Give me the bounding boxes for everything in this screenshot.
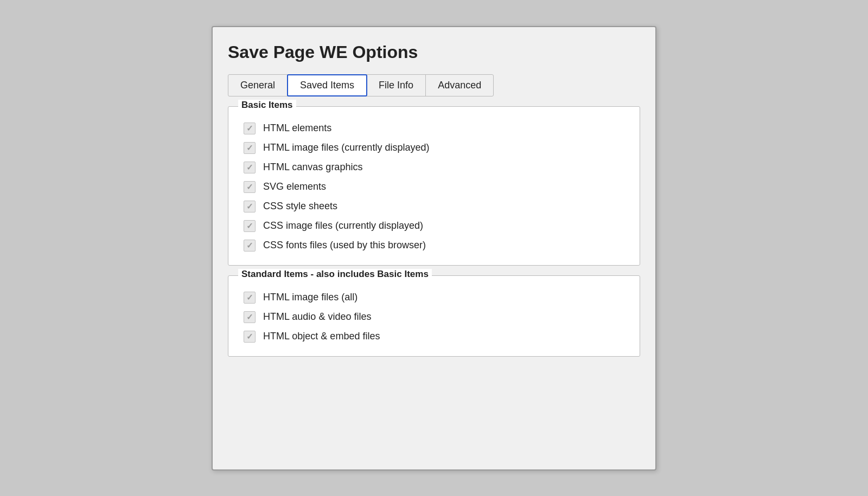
list-item: CSS fonts files (used by this browser) — [238, 236, 630, 255]
checkbox-html-image-all-label: HTML image files (all) — [263, 292, 358, 303]
checkbox-html-canvas-label: HTML canvas graphics — [263, 162, 362, 173]
page-title: Save Page WE Options — [228, 42, 640, 62]
section-basic-items-content: HTML elements HTML image files (currentl… — [238, 119, 630, 255]
checkbox-html-object-embed[interactable] — [244, 331, 256, 343]
list-item: HTML canvas graphics — [238, 158, 630, 177]
tab-advanced[interactable]: Advanced — [426, 75, 493, 96]
checkbox-html-audio-video-label: HTML audio & video files — [263, 311, 371, 323]
checkbox-css-style-sheets-label: CSS style sheets — [263, 201, 337, 212]
list-item: CSS image files (currently displayed) — [238, 216, 630, 236]
checkbox-html-elements[interactable] — [244, 123, 256, 134]
checkbox-css-fonts-label: CSS fonts files (used by this browser) — [263, 240, 426, 251]
options-window: Save Page WE Options General Saved Items… — [212, 26, 656, 471]
checkbox-html-image-displayed-label: HTML image files (currently displayed) — [263, 142, 429, 153]
list-item: HTML image files (all) — [238, 288, 630, 307]
list-item: HTML image files (currently displayed) — [238, 138, 630, 158]
checkbox-svg-elements-label: SVG elements — [263, 181, 326, 192]
checkbox-css-style-sheets[interactable] — [244, 201, 256, 212]
checkbox-html-canvas[interactable] — [244, 162, 256, 173]
checkbox-html-image-all[interactable] — [244, 292, 256, 304]
list-item: SVG elements — [238, 177, 630, 197]
list-item: CSS style sheets — [238, 197, 630, 216]
section-basic-items: Basic Items HTML elements HTML image fil… — [228, 106, 640, 266]
checkbox-html-audio-video[interactable] — [244, 311, 256, 323]
section-basic-items-legend: Basic Items — [238, 100, 296, 111]
list-item: HTML object & embed files — [238, 327, 630, 346]
checkbox-css-image-displayed[interactable] — [244, 220, 256, 232]
tab-file-info[interactable]: File Info — [367, 75, 426, 96]
checkbox-svg-elements[interactable] — [244, 181, 256, 193]
checkbox-html-image-displayed[interactable] — [244, 142, 256, 154]
tab-general[interactable]: General — [228, 75, 288, 96]
tab-bar: General Saved Items File Info Advanced — [228, 74, 494, 96]
tab-saved-items[interactable]: Saved Items — [287, 74, 367, 96]
section-standard-items-content: HTML image files (all) HTML audio & vide… — [238, 288, 630, 346]
checkbox-html-object-embed-label: HTML object & embed files — [263, 331, 380, 342]
checkbox-css-image-displayed-label: CSS image files (currently displayed) — [263, 220, 423, 231]
checkbox-html-elements-label: HTML elements — [263, 123, 331, 134]
checkbox-css-fonts[interactable] — [244, 240, 256, 252]
list-item: HTML audio & video files — [238, 307, 630, 327]
section-standard-items: Standard Items - also includes Basic Ite… — [228, 275, 640, 357]
list-item: HTML elements — [238, 119, 630, 138]
section-standard-items-legend: Standard Items - also includes Basic Ite… — [238, 269, 432, 280]
